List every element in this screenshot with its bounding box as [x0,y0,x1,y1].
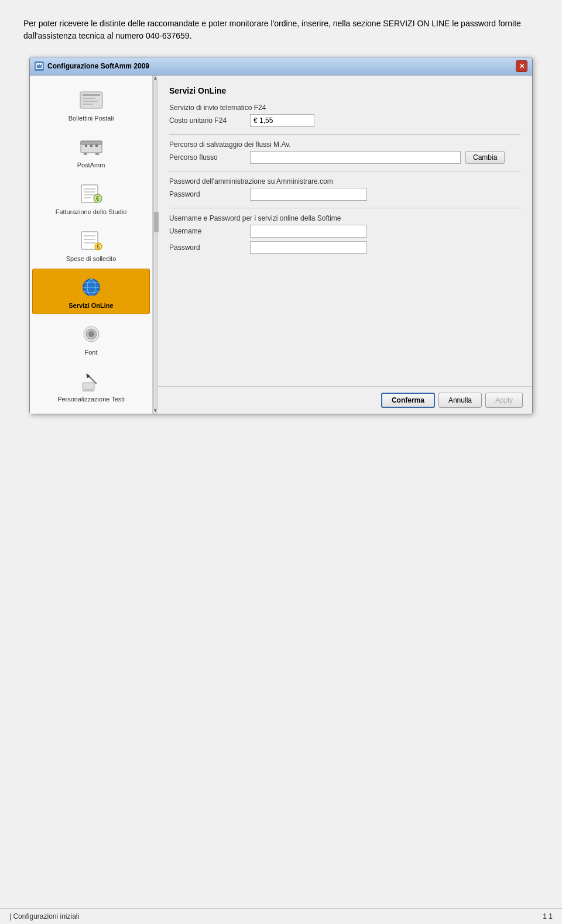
invio-telematico-label: Servizio di invio telematico F24 [169,104,520,112]
username-key: Username [169,227,245,235]
sidebar-item-spese[interactable]: € Spese di sollecito [32,222,150,267]
invio-telematico-group: Servizio di invio telematico F24 Costo u… [169,104,520,127]
intro-paragraph: Per poter ricevere le distinte delle rac… [23,18,539,42]
svg-rect-9 [81,141,102,145]
bottom-bar: | Configurazioni iniziali 1 1 [0,908,562,924]
password-softime-key: Password [169,243,245,252]
conferma-button[interactable]: Conferma [381,393,435,408]
dialog-title-left: Configurazione SoftAmm 2009 [35,61,149,71]
svg-text:€: € [96,195,100,202]
annulla-button[interactable]: Annulla [438,393,482,408]
sidebar-item-font[interactable]: Font [32,315,150,361]
separator-3 [169,208,520,208]
password-softime-input[interactable] [250,241,367,254]
percorso-flusso-row: Percorso flusso Cambia [169,151,520,164]
sidebar-label-spese: Spese di sollecito [66,255,116,262]
sidebar-label-postamm: PostAmm [77,162,105,169]
dialog-titlebar: Configurazione SoftAmm 2009 ✕ [30,57,532,75]
main-panel: Servizi OnLine Servizio di invio telemat… [157,75,532,386]
svg-rect-34 [83,383,94,390]
percorso-flusso-key: Percorso flusso [169,153,245,162]
postamm-icon [77,135,105,159]
fatturazione-icon: € [77,181,105,206]
svg-rect-13 [90,145,92,147]
bottom-bar-right: 1 1 [543,912,553,920]
svg-rect-0 [36,64,42,68]
svg-rect-4 [83,94,100,96]
dialog-title-text: Configurazione SoftAmm 2009 [47,62,149,70]
sidebar-wrapper: Bollettini Postali [30,75,157,414]
dialog-footer: Conferma Annulla Apply [157,386,532,414]
dialog-close-button[interactable]: ✕ [516,60,527,72]
password-amm-group: Password dell'amministrazione su Amminis… [169,177,520,201]
apply-button[interactable]: Apply [485,393,523,408]
sidebar-label-bollettini: Bollettini Postali [68,115,114,122]
spese-icon: € [77,228,105,253]
servizi-icon [77,275,105,300]
svg-rect-1 [37,63,39,65]
sidebar-label-servizi: Servizi OnLine [68,302,113,309]
cambia-button[interactable]: Cambia [465,151,505,164]
sidebar-label-font: Font [84,349,97,356]
sidebar-item-fatturazione[interactable]: € Fatturazione dello Studio [32,175,150,221]
separator-1 [169,134,520,135]
costo-f24-row: Costo unitario F24 [169,114,520,127]
username-row: Username [169,225,520,238]
svg-rect-2 [40,63,41,65]
svg-text:€: € [97,243,100,250]
bottom-bar-left: | Configurazioni iniziali [9,912,79,920]
password-amm-input[interactable] [250,188,367,201]
dialog-title-icon [35,61,44,71]
page-content: Per poter ricevere le distinte delle rac… [0,0,562,426]
svg-rect-12 [85,145,87,147]
password-amm-key: Password [169,190,245,198]
svg-rect-11 [95,153,99,155]
softime-group: Username e Password per i servizi online… [169,214,520,254]
sidebar-label-personalizzazione: Personalizzazione Testi [57,396,125,403]
percorso-group: Percorso di salvataggio dei flussi M.Av.… [169,140,520,164]
softime-label: Username e Password per i servizi online… [169,214,520,222]
svg-rect-7 [83,104,93,105]
svg-rect-5 [83,98,95,99]
percorso-flusso-input[interactable] [250,151,461,164]
personalizzazione-icon [77,369,105,393]
bollettini-postali-icon [77,88,105,112]
dialog-window: Configurazione SoftAmm 2009 ✕ [29,57,533,414]
password-amm-label: Password dell'amministrazione su Amminis… [169,177,520,186]
font-icon [77,322,105,346]
sidebar-scrollbar: ▲ ▼ [153,75,157,414]
sidebar: Bollettini Postali [30,75,153,414]
svg-point-33 [88,331,94,337]
username-input[interactable] [250,225,367,238]
password-amm-row: Password [169,188,520,201]
sidebar-item-servizi-online[interactable]: Servizi OnLine [32,269,150,314]
sidebar-item-personalizzazione[interactable]: Personalizzazione Testi [32,362,150,408]
svg-rect-10 [84,153,87,155]
sidebar-label-fatturazione: Fatturazione dello Studio [56,208,127,215]
percorso-salvataggio-label: Percorso di salvataggio dei flussi M.Av. [169,140,520,149]
section-title: Servizi OnLine [169,86,520,95]
password-softime-row: Password [169,241,520,254]
separator-2 [169,171,520,171]
costo-f24-key: Costo unitario F24 [169,116,245,125]
sidebar-item-bollettini-postali[interactable]: Bollettini Postali [32,81,150,127]
svg-rect-14 [95,145,98,147]
costo-f24-input[interactable] [250,114,314,127]
dialog-body: Bollettini Postali [30,75,532,414]
svg-rect-6 [83,101,98,102]
sidebar-item-postamm[interactable]: PostAmm [32,128,150,174]
